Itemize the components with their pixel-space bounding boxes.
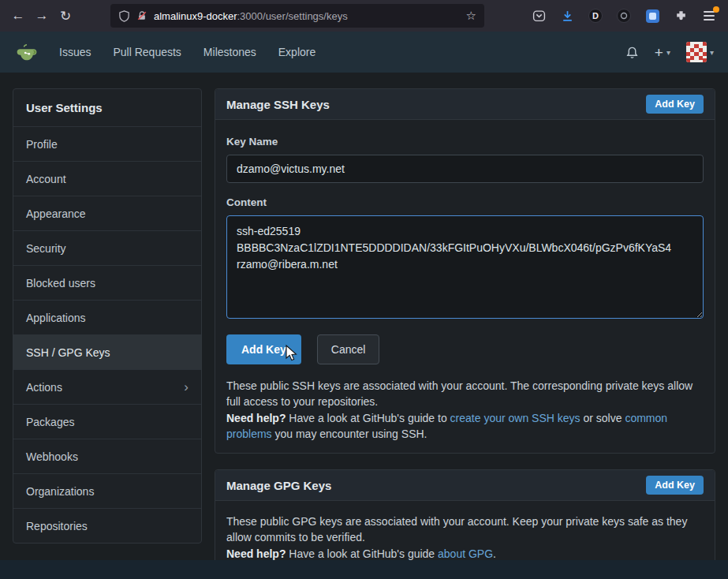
plus-icon: + [655, 45, 663, 60]
tracking-shield-icon[interactable] [118, 10, 130, 22]
ssh-help-text: These public SSH keys are associated wit… [226, 378, 704, 442]
sidebar-title: User Settings [13, 89, 201, 126]
add-key-submit-button[interactable]: Add Key [226, 334, 301, 364]
url-bar[interactable]: almalinux9-docker:3000/user/settings/key… [110, 4, 484, 28]
ssh-panel-header: Manage SSH Keys Add Key [215, 89, 715, 120]
page-content: User Settings Profile Account Appearance… [0, 73, 728, 560]
gitea-logo[interactable] [14, 39, 39, 65]
key-content-textarea[interactable]: ssh-ed25519 BBBBC3NzaC1lZDI1NTE5DDDDIDAN… [226, 215, 704, 319]
ssh-panel-body: Key Name Content ssh-ed25519 BBBBC3NzaC1… [215, 120, 715, 453]
browser-forward-button[interactable]: → [30, 4, 54, 28]
gpg-help-text: These public GPG keys are associated wit… [226, 514, 704, 560]
sidebar-item-packages[interactable]: Packages [13, 404, 201, 439]
gpg-add-key-header-button[interactable]: Add Key [646, 476, 704, 495]
update-badge [713, 6, 719, 13]
toolbar-extension-icons: D [528, 5, 722, 27]
navbar-right: + ▾ [625, 42, 714, 62]
gpg-panel-body: These public GPG keys are associated wit… [215, 501, 715, 560]
ssh-guide-link[interactable]: create your own SSH keys [450, 412, 581, 424]
user-menu-button[interactable]: ▾ [686, 42, 714, 62]
sidebar-item-appearance[interactable]: Appearance [13, 196, 201, 230]
settings-sidebar: User Settings Profile Account Appearance… [13, 88, 202, 544]
form-buttons: Add Key Cancel [226, 334, 704, 364]
sidebar-item-actions[interactable]: Actions › [13, 369, 201, 404]
downloads-icon[interactable] [556, 5, 578, 27]
sidebar-item-webhooks[interactable]: Webhooks [13, 439, 201, 473]
chevron-right-icon: › [184, 383, 189, 391]
ssh-keys-panel: Manage SSH Keys Add Key Key Name Content… [215, 88, 715, 454]
url-text: almalinux9-docker:3000/user/settings/key… [154, 10, 460, 22]
key-name-label: Key Name [226, 136, 704, 148]
sidebar-item-blocked-users[interactable]: Blocked users [13, 265, 201, 300]
key-name-input[interactable] [226, 155, 704, 183]
notifications-bell-icon[interactable] [625, 46, 639, 59]
sidebar-item-security[interactable]: Security [13, 230, 201, 265]
caret-down-icon: ▾ [666, 48, 670, 57]
extensions-puzzle-icon[interactable] [670, 5, 692, 27]
insecure-lock-icon[interactable] [136, 10, 147, 21]
site-navbar: Issues Pull Requests Milestones Explore … [0, 32, 728, 73]
sidebar-item-ssh-gpg-keys[interactable]: SSH / GPG Keys [13, 334, 201, 369]
browser-back-button[interactable]: ← [6, 4, 30, 28]
extension-d-icon[interactable]: D [584, 5, 607, 27]
caret-down-icon: ▾ [710, 48, 714, 57]
ssh-add-key-header-button[interactable]: Add Key [646, 95, 704, 114]
pocket-icon[interactable] [528, 5, 550, 27]
gpg-panel-title: Manage GPG Keys [226, 479, 331, 492]
gpg-panel-header: Manage GPG Keys Add Key [215, 470, 715, 501]
screen: ← → ↻ almalinux9-docker:3000/user/settin… [0, 0, 728, 579]
bookmark-star-icon[interactable]: ☆ [466, 9, 476, 23]
sidebar-item-applications[interactable]: Applications [13, 300, 201, 334]
gpg-keys-panel: Manage GPG Keys Add Key These public GPG… [215, 469, 715, 560]
extension-circle-icon[interactable] [613, 5, 635, 27]
cancel-button[interactable]: Cancel [317, 334, 380, 364]
nav-link-milestones[interactable]: Milestones [193, 39, 267, 65]
content-label: Content [226, 196, 704, 208]
sidebar-item-profile[interactable]: Profile [13, 126, 201, 161]
browser-refresh-button[interactable]: ↻ [54, 4, 77, 28]
gpg-guide-link[interactable]: about GPG [438, 547, 493, 560]
extension-d-letter: D [588, 9, 603, 23]
container-extension-icon[interactable] [641, 5, 663, 27]
sidebar-item-organizations[interactable]: Organizations [13, 473, 201, 508]
ssh-panel-title: Manage SSH Keys [226, 98, 330, 111]
browser-toolbar: ← → ↻ almalinux9-docker:3000/user/settin… [0, 0, 728, 32]
nav-link-issues[interactable]: Issues [49, 39, 101, 65]
nav-link-explore[interactable]: Explore [268, 39, 326, 65]
create-new-button[interactable]: + ▾ [655, 45, 670, 60]
sidebar-item-account[interactable]: Account [13, 161, 201, 196]
menu-icon[interactable] [698, 5, 720, 27]
user-avatar [686, 42, 707, 62]
site-footer [0, 560, 728, 579]
sidebar-item-repositories[interactable]: Repositories [13, 508, 201, 543]
settings-main: Manage SSH Keys Add Key Key Name Content… [215, 88, 715, 560]
nav-link-pull-requests[interactable]: Pull Requests [103, 39, 191, 65]
